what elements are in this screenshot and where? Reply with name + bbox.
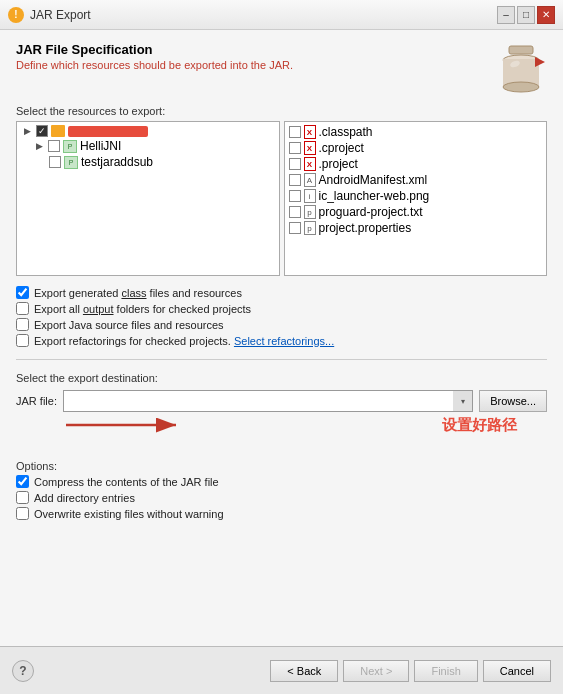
right-item-androidmanifest[interactable]: A AndroidManifest.xml <box>287 172 545 188</box>
checkbox-hellijni[interactable] <box>48 140 60 152</box>
title-bar-controls: – □ ✕ <box>497 6 555 24</box>
bottom-bar: ? < Back Next > Finish Cancel <box>0 646 563 694</box>
help-button[interactable]: ? <box>12 660 34 682</box>
img-file-icon: p <box>304 221 316 235</box>
checkbox-output[interactable] <box>16 302 29 315</box>
option-compress: Compress the contents of the JAR file <box>16 475 547 488</box>
folder-icon <box>51 125 65 137</box>
nav-buttons: < Back Next > Finish Cancel <box>270 660 551 682</box>
resources-section: Select the resources to export: ▶ ▶ P He… <box>16 105 547 276</box>
checkbox-compress[interactable] <box>16 475 29 488</box>
left-tree[interactable]: ▶ ▶ P HelliJNI P testjaraddsub <box>16 121 280 276</box>
checkbox-root[interactable] <box>36 125 48 137</box>
label-iclauncher: ic_launcher-web.png <box>319 189 430 203</box>
label-classpath: .classpath <box>319 125 373 139</box>
dialog-title: JAR File Specification <box>16 42 487 57</box>
title-bar-left: ! JAR Export <box>8 7 91 23</box>
right-item-proguard[interactable]: p proguard-project.txt <box>287 204 545 220</box>
checkbox-testjaraddsub[interactable] <box>49 156 61 168</box>
divider-1 <box>16 359 547 360</box>
tree-item-testjaraddsub[interactable]: P testjaraddsub <box>19 154 277 170</box>
label-overwrite: Overwrite existing files without warning <box>34 508 224 520</box>
expand-icon[interactable]: ▶ <box>21 125 33 137</box>
expand-icon[interactable]: ▶ <box>33 140 45 152</box>
top-area: JAR File Specification Define which reso… <box>16 42 547 97</box>
svg-marker-5 <box>535 57 545 67</box>
label-proguard: proguard-project.txt <box>319 205 423 219</box>
right-item-projectprops[interactable]: p project.properties <box>287 220 545 236</box>
jar-file-label: JAR file: <box>16 395 57 407</box>
cb-projectprops[interactable] <box>289 222 301 234</box>
maximize-button[interactable]: □ <box>517 6 535 24</box>
checkbox-source[interactable] <box>16 318 29 331</box>
options-checkboxes: Compress the contents of the JAR file Ad… <box>16 475 547 520</box>
tree-panel: ▶ ▶ P HelliJNI P testjaraddsub <box>16 121 547 276</box>
right-item-iclauncher[interactable]: i ic_launcher-web.png <box>287 188 545 204</box>
img-file-icon: i <box>304 189 316 203</box>
title-bar: ! JAR Export – □ ✕ <box>0 0 563 30</box>
img-file-icon: p <box>304 205 316 219</box>
tree-item-hellijni[interactable]: ▶ P HelliJNI <box>19 138 277 154</box>
next-button[interactable]: Next > <box>343 660 409 682</box>
dialog-body: JAR File Specification Define which reso… <box>0 30 563 646</box>
export-dest-section: Select the export destination: JAR file:… <box>16 372 547 452</box>
annotation-text: 设置好路径 <box>442 416 517 435</box>
jar-icon <box>497 42 547 97</box>
option-row-2: Export all output folders for checked pr… <box>16 302 547 315</box>
project-icon-2: P <box>64 156 78 169</box>
label-cproject: .cproject <box>319 141 364 155</box>
right-tree[interactable]: X .classpath X .cproject X .project A An… <box>284 121 548 276</box>
jar-file-input[interactable] <box>63 390 473 412</box>
checkbox-refactorings[interactable] <box>16 334 29 347</box>
finish-button[interactable]: Finish <box>414 660 477 682</box>
svg-point-3 <box>503 82 539 92</box>
minimize-button[interactable]: – <box>497 6 515 24</box>
label-compress: Compress the contents of the JAR file <box>34 476 219 488</box>
right-item-project[interactable]: X .project <box>287 156 545 172</box>
jar-dropdown-arrow[interactable]: ▾ <box>453 390 473 412</box>
x-file-icon: X <box>304 141 316 155</box>
right-item-classpath[interactable]: X .classpath <box>287 124 545 140</box>
x-file-icon: X <box>304 157 316 171</box>
red-arrow-svg <box>66 410 266 440</box>
tree-label-hellijni: HelliJNI <box>80 139 121 153</box>
checkbox-classfiles[interactable] <box>16 286 29 299</box>
tree-item-root[interactable]: ▶ <box>19 124 277 138</box>
cb-iclauncher[interactable] <box>289 190 301 202</box>
option-overwrite: Overwrite existing files without warning <box>16 507 547 520</box>
browse-button[interactable]: Browse... <box>479 390 547 412</box>
resources-label: Select the resources to export: <box>16 105 547 117</box>
option-label-1: Export generated class files and resourc… <box>34 287 242 299</box>
option-row-3: Export Java source files and resources <box>16 318 547 331</box>
jar-file-row: JAR file: ▾ Browse... <box>16 390 547 412</box>
cb-project[interactable] <box>289 158 301 170</box>
img-file-icon: A <box>304 173 316 187</box>
option-label-2: Export all output folders for checked pr… <box>34 303 251 315</box>
checkbox-options: Export generated class files and resourc… <box>16 286 547 347</box>
label-androidmanifest: AndroidManifest.xml <box>319 173 428 187</box>
option-label-4: Export refactorings for checked projects… <box>34 335 334 347</box>
label-directory: Add directory entries <box>34 492 135 504</box>
right-item-cproject[interactable]: X .cproject <box>287 140 545 156</box>
project-icon: P <box>63 140 77 153</box>
select-refactorings-link[interactable]: Select refactorings... <box>234 335 334 347</box>
cancel-button[interactable]: Cancel <box>483 660 551 682</box>
cb-cproject[interactable] <box>289 142 301 154</box>
cb-classpath[interactable] <box>289 126 301 138</box>
options-section: Options: Compress the contents of the JA… <box>16 460 547 520</box>
option-row-4: Export refactorings for checked projects… <box>16 334 547 347</box>
window-title: JAR Export <box>30 8 91 22</box>
close-button[interactable]: ✕ <box>537 6 555 24</box>
dialog-subtitle: Define which resources should be exporte… <box>16 59 487 71</box>
label-project: .project <box>319 157 358 171</box>
cb-androidmanifest[interactable] <box>289 174 301 186</box>
annotation-container: 设置好路径 <box>16 418 547 448</box>
header-text: JAR File Specification Define which reso… <box>16 42 487 77</box>
cb-proguard[interactable] <box>289 206 301 218</box>
back-button[interactable]: < Back <box>270 660 338 682</box>
jar-file-input-wrap: ▾ <box>63 390 473 412</box>
checkbox-directory[interactable] <box>16 491 29 504</box>
checkbox-overwrite[interactable] <box>16 507 29 520</box>
option-label-3: Export Java source files and resources <box>34 319 224 331</box>
option-row-1: Export generated class files and resourc… <box>16 286 547 299</box>
